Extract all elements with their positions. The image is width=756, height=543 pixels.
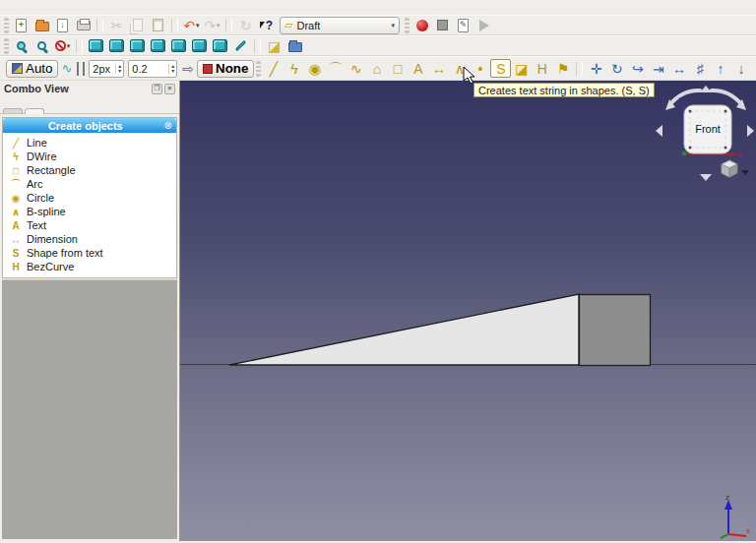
line-width-spinner[interactable]: 2px ▴▾ <box>89 60 124 78</box>
bottom-view-button[interactable] <box>189 36 210 55</box>
tab-model[interactable] <box>3 108 23 113</box>
task-item-arc[interactable]: ⌒ Arc <box>3 177 176 191</box>
right-view-button[interactable] <box>148 36 168 55</box>
print-button[interactable] <box>73 16 94 34</box>
auto-working-plane-button[interactable]: Auto <box>6 60 58 78</box>
menu-edit[interactable] <box>18 7 32 9</box>
draft-line-button[interactable]: ╱ <box>263 59 284 78</box>
face-color-swatch[interactable] <box>83 62 85 76</box>
drag-handle[interactable] <box>4 18 9 33</box>
task-item-rectangle[interactable]: □ Rectangle <box>3 163 176 177</box>
menu-windows[interactable] <box>87 7 100 9</box>
nav-cube-front-label: Front <box>695 123 721 135</box>
drag-handle[interactable] <box>256 61 261 77</box>
drag-handle[interactable] <box>405 18 410 33</box>
draft-trimex-button[interactable]: ⇥ <box>648 59 668 78</box>
apply-style-icon[interactable]: ⇨ <box>182 61 194 77</box>
paste-button[interactable] <box>148 16 168 34</box>
menu-help[interactable] <box>100 7 114 9</box>
redo-button[interactable]: ↷▾ <box>202 16 222 34</box>
draw-style-button[interactable]: ▾ <box>52 36 73 55</box>
task-item-text[interactable]: A Text <box>3 218 176 232</box>
construction-mode-icon[interactable]: ∿ <box>61 61 72 76</box>
tab-tasks[interactable] <box>25 108 44 114</box>
measure-distance-button[interactable] <box>230 36 251 55</box>
task-item-dimension[interactable]: ↔ Dimension <box>3 232 176 246</box>
spinner-arrows-icon[interactable]: ▴▾ <box>115 64 123 74</box>
draft-rotate-button[interactable]: ↻ <box>606 59 627 78</box>
add-to-group-button[interactable] <box>284 36 305 55</box>
chevron-down-icon[interactable]: ▾ <box>67 42 71 50</box>
draft-bezcurve-button[interactable]: H <box>532 59 552 78</box>
combo-view-titlebar[interactable]: Combo View ❐ ✕ <box>0 81 179 96</box>
menu-macro[interactable] <box>59 7 73 9</box>
macro-stop-icon <box>437 20 448 30</box>
draft-wire-button[interactable]: ϟ <box>284 59 304 78</box>
macro-execute-button[interactable] <box>473 16 494 34</box>
draft-offset-button[interactable]: ↪ <box>627 59 648 78</box>
draft-rectangle-button[interactable]: □ <box>387 59 408 78</box>
task-item-bezcurve[interactable]: H BezCurve <box>3 260 176 273</box>
refresh-button[interactable]: ↻ <box>235 16 256 34</box>
fit-all-button[interactable] <box>11 36 32 55</box>
draft-circle-icon: ◉ <box>309 62 321 76</box>
menu-file[interactable] <box>4 7 18 9</box>
front-view-button[interactable] <box>106 36 127 55</box>
copy-button[interactable] <box>127 16 148 34</box>
draft-arc-button[interactable]: ⌒ <box>325 59 346 78</box>
open-file-button[interactable] <box>32 16 52 34</box>
whats-this-button[interactable]: ? <box>256 16 277 34</box>
draft-move-button[interactable]: ✛ <box>586 59 606 78</box>
axonometric-view-button[interactable] <box>86 36 106 55</box>
draft-split-button[interactable]: ♯ <box>689 59 710 78</box>
macro-record-button[interactable] <box>411 16 432 34</box>
draft-circle-button[interactable]: ◉ <box>304 59 325 78</box>
chevron-down-icon[interactable]: ▾ <box>196 22 200 30</box>
task-item-dwire[interactable]: ϟ DWire <box>3 150 176 163</box>
draft-upgrade-button[interactable]: ↑ <box>710 59 730 78</box>
toolbar-view: ▾◪ <box>0 35 756 56</box>
workbench-selector[interactable]: ▱ Draft ▾ <box>280 17 400 34</box>
float-panel-icon[interactable]: ❐ <box>152 84 162 94</box>
draft-label-button[interactable]: ⚑ <box>552 59 573 78</box>
collapse-section-icon[interactable]: ⊗ <box>164 120 172 131</box>
draft-text-button[interactable]: A <box>408 59 428 78</box>
task-item-bspline[interactable]: ∧ B-spline <box>3 205 176 218</box>
undo-button[interactable]: ↶▾ <box>181 16 202 34</box>
autogroup-button[interactable]: None <box>197 60 254 78</box>
task-item-shapestring[interactable]: S Shape from text <box>3 246 176 260</box>
macro-stop-button[interactable] <box>432 16 453 34</box>
close-panel-icon[interactable]: ✕ <box>164 84 175 94</box>
draft-join-button[interactable]: ↔ <box>668 59 689 78</box>
task-item-line[interactable]: ╱ Line <box>3 136 176 150</box>
text-scale-spinner[interactable]: 0.2 ▴▾ <box>128 60 177 78</box>
chevron-down-icon[interactable]: ▾ <box>217 22 220 30</box>
toolbar-overflow-button[interactable]: » <box>751 59 756 78</box>
box-zoom-button[interactable] <box>32 36 52 55</box>
spinner-arrows-icon[interactable]: ▴▾ <box>168 64 176 74</box>
rear-view-button[interactable] <box>168 36 189 55</box>
macro-edit-button[interactable]: ✎ <box>453 16 473 34</box>
draft-facebinder-button[interactable]: ◪ <box>511 59 532 78</box>
drag-handle[interactable] <box>4 38 9 54</box>
toolbar-draft: Auto ∿ 2px ▴▾ 0.2 ▴▾ ⇨ None ╱ϟ◉⌒∿⌂□A↔∧•S… <box>0 56 756 81</box>
new-file-button[interactable]: + <box>11 16 32 34</box>
save-file-button[interactable]: ↓ <box>52 16 73 34</box>
menu-tools[interactable] <box>45 7 59 9</box>
left-view-button[interactable] <box>210 36 230 55</box>
draft-downgrade-button[interactable]: ↓ <box>730 59 751 78</box>
draft-ellipse-button[interactable]: ∿ <box>346 59 366 78</box>
draft-polygon-button[interactable]: ⌂ <box>366 59 387 78</box>
menu-view[interactable] <box>32 7 45 9</box>
line-color-swatch[interactable] <box>77 62 79 76</box>
create-objects-header[interactable]: Create objects ⊗ <box>3 118 176 133</box>
task-item-circle[interactable]: ◉ Circle <box>3 191 176 205</box>
navigation-cube[interactable]: z x Front <box>653 84 756 186</box>
menu-draft[interactable] <box>73 7 87 9</box>
cut-button[interactable]: ✂ <box>106 16 127 34</box>
draft-to-sketch-button[interactable]: ◪ <box>264 36 284 55</box>
draft-shapestring-button[interactable]: S <box>490 59 511 78</box>
draft-dimension-button[interactable]: ↔ <box>428 59 449 78</box>
3d-viewport[interactable]: z x Front <box>180 81 756 541</box>
top-view-button[interactable] <box>127 36 148 55</box>
